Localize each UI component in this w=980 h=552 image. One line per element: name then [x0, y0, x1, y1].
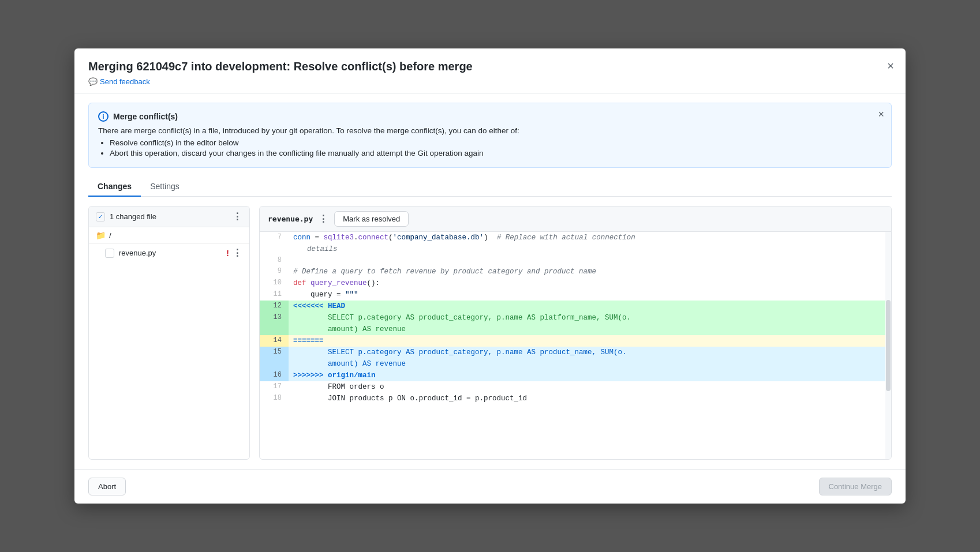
line-number: 10 — [260, 277, 289, 289]
file-checkbox[interactable] — [105, 249, 114, 258]
line-number: 12 — [260, 301, 289, 312]
line-number: 16 — [260, 370, 289, 381]
modal-title: Merging 621049c7 into development: Resol… — [88, 60, 892, 73]
line-code: amount) AS revenue — [289, 324, 891, 335]
scrollbar-thumb[interactable] — [886, 300, 891, 391]
tab-settings[interactable]: Settings — [141, 177, 189, 197]
line-code: details — [289, 243, 891, 255]
line-code: query = """ — [289, 289, 891, 301]
table-row: 8 — [260, 255, 891, 266]
line-number: 8 — [260, 255, 289, 266]
line-code: SELECT p.category AS product_category, p… — [289, 312, 891, 324]
file-count: ✓ 1 changed file — [96, 212, 156, 221]
merge-conflict-modal: Merging 621049c7 into development: Resol… — [74, 48, 906, 504]
table-row: 17 FROM orders o — [260, 381, 891, 393]
line-number — [260, 243, 289, 255]
banner-description: There are merge conflict(s) in a file, i… — [98, 126, 882, 135]
banner-header: i Merge conflict(s) — [98, 111, 882, 122]
send-feedback-link[interactable]: 💬 Send feedback — [88, 77, 150, 86]
line-number: 9 — [260, 266, 289, 277]
editor-scroll-wrapper: 7 conn = sqlite3.connect('company_databa… — [260, 232, 891, 459]
banner-close-button[interactable]: × — [878, 109, 884, 119]
table-row: 10 def query_revenue(): — [260, 277, 891, 289]
table-row: 12 <<<<<<< HEAD — [260, 301, 891, 312]
line-code: >>>>>>> origin/main — [289, 370, 891, 381]
folder-name: / — [109, 231, 111, 240]
content-area: ✓ 1 changed file ⋮ 📁 / revenue.py ! — [88, 206, 892, 460]
line-code — [289, 255, 891, 266]
file-panel: ✓ 1 changed file ⋮ 📁 / revenue.py ! — [88, 206, 250, 460]
info-icon: i — [98, 111, 109, 122]
line-code: # Define a query to fetch revenue by pro… — [289, 266, 891, 277]
editor-filename: revenue.py — [268, 215, 313, 223]
modal-body: i Merge conflict(s) There are merge conf… — [74, 93, 906, 469]
table-row: 11 query = """ — [260, 289, 891, 301]
line-code: amount) AS revenue — [289, 358, 891, 370]
line-number: 15 — [260, 347, 289, 358]
line-code: ======= — [289, 335, 891, 347]
file-panel-menu-button[interactable]: ⋮ — [233, 211, 242, 222]
banner-list-item: Abort this operation, discard your chang… — [110, 149, 882, 157]
line-number: 7 — [260, 232, 289, 243]
table-row: 7 conn = sqlite3.connect('company_databa… — [260, 232, 891, 243]
line-number: 13 — [260, 312, 289, 324]
code-table: 7 conn = sqlite3.connect('company_databa… — [260, 232, 891, 404]
mark-as-resolved-button[interactable]: Mark as resolved — [334, 211, 409, 227]
line-number: 14 — [260, 335, 289, 347]
table-row: amount) AS revenue — [260, 324, 891, 335]
table-row: amount) AS revenue — [260, 358, 891, 370]
banner-list-item: Resolve conflict(s) in the editor below — [110, 138, 882, 147]
line-code: def query_revenue(): — [289, 277, 891, 289]
line-number: 17 — [260, 381, 289, 393]
table-row: 13 SELECT p.category AS product_category… — [260, 312, 891, 324]
tabs-bar: Changes Settings — [88, 177, 892, 197]
continue-merge-button[interactable]: Continue Merge — [819, 478, 892, 495]
file-panel-header: ✓ 1 changed file ⋮ — [89, 206, 249, 227]
modal-header: Merging 621049c7 into development: Resol… — [74, 48, 906, 93]
line-code: <<<<<<< HEAD — [289, 301, 891, 312]
conflict-badge: ! — [226, 248, 229, 258]
folder-item: 📁 / — [89, 227, 249, 244]
table-row: 16 >>>>>>> origin/main — [260, 370, 891, 381]
editor-content[interactable]: 7 conn = sqlite3.connect('company_databa… — [260, 232, 891, 404]
table-row: 9 # Define a query to fetch revenue by p… — [260, 266, 891, 277]
modal-footer: Abort Continue Merge — [74, 469, 906, 504]
select-all-checkbox[interactable]: ✓ — [96, 212, 105, 221]
folder-icon: 📁 — [96, 231, 106, 240]
line-number — [260, 324, 289, 335]
line-number: 11 — [260, 289, 289, 301]
changed-count-label: 1 changed file — [110, 212, 156, 221]
table-row: 18 JOIN products p ON o.product_id = p.p… — [260, 393, 891, 404]
banner-list: Resolve conflict(s) in the editor below … — [98, 138, 882, 157]
table-row: 15 SELECT p.category AS product_category… — [260, 347, 891, 358]
line-number: 18 — [260, 393, 289, 404]
abort-button[interactable]: Abort — [88, 478, 126, 495]
feedback-icon: 💬 — [88, 77, 98, 86]
scrollbar-track[interactable] — [885, 232, 891, 459]
file-item[interactable]: revenue.py ! ⋮ — [89, 244, 249, 262]
line-code: JOIN products p ON o.product_id = p.prod… — [289, 393, 891, 404]
file-name: revenue.py — [119, 249, 156, 257]
file-menu-button[interactable]: ⋮ — [233, 247, 242, 258]
table-row: details — [260, 243, 891, 255]
banner-title: Merge conflict(s) — [113, 112, 178, 121]
line-code: SELECT p.category AS product_category, p… — [289, 347, 891, 358]
table-row: 14 ======= — [260, 335, 891, 347]
modal-close-button[interactable]: × — [885, 58, 896, 74]
line-code: FROM orders o — [289, 381, 891, 393]
editor-header: revenue.py ⋮ Mark as resolved — [260, 206, 891, 232]
feedback-label: Send feedback — [100, 77, 150, 86]
tab-changes[interactable]: Changes — [88, 177, 141, 197]
line-code: conn = sqlite3.connect('company_database… — [289, 232, 891, 243]
editor-menu-button[interactable]: ⋮ — [319, 213, 328, 224]
line-number — [260, 358, 289, 370]
info-banner: i Merge conflict(s) There are merge conf… — [88, 103, 892, 168]
editor-panel: revenue.py ⋮ Mark as resolved 7 conn = s… — [259, 206, 892, 460]
